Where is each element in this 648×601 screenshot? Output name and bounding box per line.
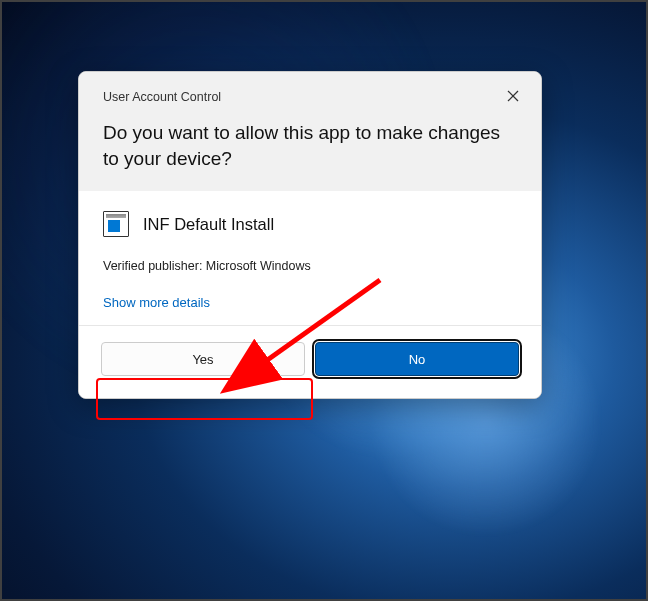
no-button[interactable]: No [315, 342, 519, 376]
dialog-question: Do you want to allow this app to make ch… [103, 120, 517, 171]
app-name: INF Default Install [143, 215, 274, 234]
dialog-footer: Yes No [79, 325, 541, 398]
dialog-title: User Account Control [103, 90, 517, 104]
app-icon [103, 211, 129, 237]
show-more-details-link[interactable]: Show more details [103, 295, 210, 310]
close-icon [507, 90, 519, 102]
dialog-body: INF Default Install Verified publisher: … [79, 191, 541, 325]
publisher-info: Verified publisher: Microsoft Windows [103, 259, 517, 273]
yes-button[interactable]: Yes [101, 342, 305, 376]
app-info-row: INF Default Install [103, 211, 517, 237]
uac-dialog: User Account Control Do you want to allo… [78, 71, 542, 399]
close-button[interactable] [499, 82, 527, 110]
dialog-header: User Account Control Do you want to allo… [79, 72, 541, 191]
